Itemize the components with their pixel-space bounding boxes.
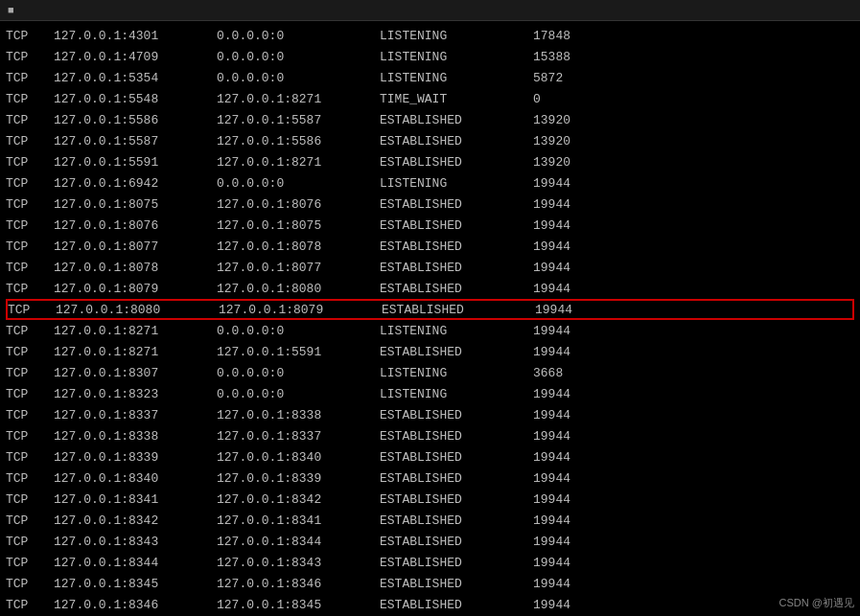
col-proto: TCP <box>6 134 54 148</box>
col-foreign: 127.0.0.1:8346 <box>217 577 380 591</box>
col-state: ESTABLISHED <box>380 535 533 549</box>
table-row: TCP 127.0.0.1:8076 127.0.0.1:8075 ESTABL… <box>6 215 854 236</box>
table-row: TCP 127.0.0.1:8075 127.0.0.1:8076 ESTABL… <box>6 194 854 215</box>
col-foreign: 0.0.0.0:0 <box>217 71 380 85</box>
col-local: 127.0.0.1:8337 <box>54 408 217 422</box>
col-pid: 17848 <box>533 29 610 43</box>
table-row: TCP 127.0.0.1:5548 127.0.0.1:8271 TIME_W… <box>6 88 854 109</box>
col-proto: TCP <box>6 408 54 422</box>
col-state: ESTABLISHED <box>380 492 533 507</box>
col-state: ESTABLISHED <box>380 556 533 570</box>
col-proto: TCP <box>6 324 54 338</box>
col-proto: TCP <box>6 92 54 106</box>
watermark: CSDN @初遇见 <box>779 596 854 610</box>
col-local: 127.0.0.1:8340 <box>54 471 217 486</box>
col-foreign: 127.0.0.1:8079 <box>219 303 382 317</box>
col-local: 127.0.0.1:8078 <box>54 261 217 275</box>
col-state: LISTENING <box>380 324 533 338</box>
table-row: TCP 127.0.0.1:8346 127.0.0.1:8345 ESTABL… <box>6 594 854 615</box>
col-pid: 19944 <box>533 282 610 296</box>
col-foreign: 127.0.0.1:8342 <box>217 492 380 507</box>
col-foreign: 127.0.0.1:8337 <box>217 429 380 444</box>
col-state: ESTABLISHED <box>380 598 533 612</box>
col-foreign: 127.0.0.1:8345 <box>217 598 380 612</box>
col-proto: TCP <box>6 176 54 191</box>
col-state: ESTABLISHED <box>380 113 533 127</box>
col-local: 127.0.0.1:6942 <box>54 176 217 191</box>
col-foreign: 0.0.0.0:0 <box>217 366 380 380</box>
col-foreign: 127.0.0.1:8344 <box>217 535 380 549</box>
col-pid: 19944 <box>533 345 610 359</box>
col-pid: 19944 <box>533 261 610 275</box>
col-local: 127.0.0.1:8346 <box>54 598 217 612</box>
col-state: ESTABLISHED <box>382 303 535 317</box>
col-proto: TCP <box>6 113 54 127</box>
table-row: TCP 127.0.0.1:8343 127.0.0.1:8344 ESTABL… <box>6 531 854 552</box>
col-local: 127.0.0.1:8080 <box>56 303 219 317</box>
col-foreign: 127.0.0.1:5591 <box>217 345 380 359</box>
col-state: ESTABLISHED <box>380 429 533 444</box>
table-row: TCP 127.0.0.1:8079 127.0.0.1:8080 ESTABL… <box>6 278 854 299</box>
col-foreign: 0.0.0.0:0 <box>217 387 380 401</box>
col-pid: 19944 <box>533 218 610 233</box>
table-row: TCP 127.0.0.1:4301 0.0.0.0:0 LISTENING 1… <box>6 25 854 46</box>
col-pid: 15388 <box>533 50 610 64</box>
col-local: 127.0.0.1:8271 <box>54 345 217 359</box>
col-foreign: 127.0.0.1:8341 <box>217 513 380 528</box>
col-state: ESTABLISHED <box>380 450 533 465</box>
col-local: 127.0.0.1:5354 <box>54 71 217 85</box>
table-row: TCP 127.0.0.1:8340 127.0.0.1:8339 ESTABL… <box>6 468 854 489</box>
col-foreign: 127.0.0.1:8076 <box>217 197 380 212</box>
col-foreign: 127.0.0.1:8078 <box>217 240 380 254</box>
col-state: ESTABLISHED <box>380 513 533 528</box>
table-row: TCP 127.0.0.1:8339 127.0.0.1:8340 ESTABL… <box>6 446 854 468</box>
col-pid: 19944 <box>533 408 610 422</box>
table-row: TCP 127.0.0.1:8337 127.0.0.1:8338 ESTABL… <box>6 404 854 425</box>
table-row: TCP 127.0.0.1:8271 127.0.0.1:5591 ESTABL… <box>6 341 854 362</box>
col-pid: 3668 <box>533 366 610 380</box>
col-foreign: 127.0.0.1:8077 <box>217 261 380 275</box>
col-proto: TCP <box>6 345 54 359</box>
col-state: ESTABLISHED <box>380 282 533 296</box>
col-pid: 19944 <box>533 240 610 254</box>
col-foreign: 127.0.0.1:8343 <box>217 556 380 570</box>
col-local: 127.0.0.1:8077 <box>54 240 217 254</box>
col-pid: 5872 <box>533 71 610 85</box>
table-row: TCP 127.0.0.1:8344 127.0.0.1:8343 ESTABL… <box>6 552 854 573</box>
col-pid: 19944 <box>533 513 610 528</box>
col-proto: TCP <box>6 155 54 170</box>
col-pid: 19944 <box>533 556 610 570</box>
col-state: ESTABLISHED <box>380 218 533 233</box>
col-pid: 19944 <box>533 577 610 591</box>
col-proto: TCP <box>6 29 54 43</box>
col-local: 127.0.0.1:8341 <box>54 492 217 507</box>
col-state: LISTENING <box>380 29 533 43</box>
col-pid: 19944 <box>533 471 610 486</box>
col-state: LISTENING <box>380 50 533 64</box>
col-foreign: 127.0.0.1:5586 <box>217 134 380 148</box>
col-local: 127.0.0.1:8075 <box>54 197 217 212</box>
col-foreign: 127.0.0.1:8080 <box>217 282 380 296</box>
col-pid: 19944 <box>533 598 610 612</box>
table-row: TCP 127.0.0.1:8345 127.0.0.1:8346 ESTABL… <box>6 573 854 594</box>
col-local: 127.0.0.1:5586 <box>54 113 217 127</box>
col-state: ESTABLISHED <box>380 471 533 486</box>
col-proto: TCP <box>6 492 54 507</box>
col-proto: TCP <box>6 471 54 486</box>
col-state: ESTABLISHED <box>380 408 533 422</box>
col-local: 127.0.0.1:8307 <box>54 366 217 380</box>
col-pid: 0 <box>533 92 610 106</box>
col-local: 127.0.0.1:8344 <box>54 556 217 570</box>
col-proto: TCP <box>6 429 54 444</box>
col-state: ESTABLISHED <box>380 240 533 254</box>
table-row: TCP 127.0.0.1:6942 0.0.0.0:0 LISTENING 1… <box>6 172 854 194</box>
col-state: ESTABLISHED <box>380 197 533 212</box>
col-pid: 19944 <box>533 535 610 549</box>
col-foreign: 0.0.0.0:0 <box>217 324 380 338</box>
col-local: 127.0.0.1:8338 <box>54 429 217 444</box>
col-proto: TCP <box>6 240 54 254</box>
table-row: TCP 127.0.0.1:5354 0.0.0.0:0 LISTENING 5… <box>6 67 854 88</box>
col-local: 127.0.0.1:4709 <box>54 50 217 64</box>
col-proto: TCP <box>6 366 54 380</box>
table-row: TCP 127.0.0.1:8080 127.0.0.1:8079 ESTABL… <box>6 299 854 320</box>
